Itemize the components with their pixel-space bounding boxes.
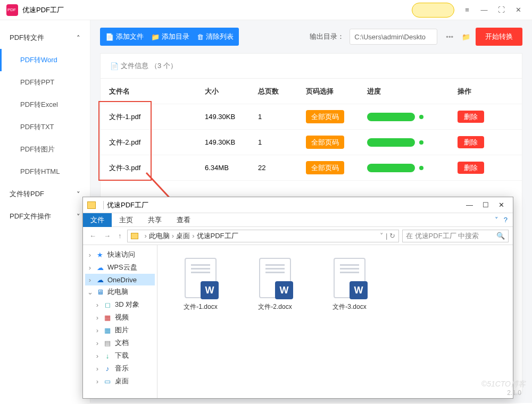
sidebar-item-pdf-excel[interactable]: PDF转Excel	[0, 94, 90, 116]
page-range-button[interactable]: 全部页码	[306, 110, 344, 123]
add-dir-button[interactable]: 📁 添加目录	[151, 32, 189, 41]
col-progress: 进度	[367, 87, 458, 96]
ribbon-tab-view[interactable]: 查看	[169, 213, 198, 227]
nav-video[interactable]: ›▦视频	[85, 311, 155, 324]
ribbon-tab-file[interactable]: 文件	[83, 213, 112, 227]
cell-size: 6.34MB	[205, 164, 258, 172]
sidebar-group-label: 文件转PDF	[10, 189, 44, 199]
sidebar-item-pdf-txt[interactable]: PDF转TXT	[0, 116, 90, 138]
ex-max-icon[interactable]: ☐	[483, 201, 489, 209]
sidebar-group-file-to-pdf[interactable]: 文件转PDF ˅	[0, 183, 90, 205]
ex-close-icon[interactable]: ✕	[498, 201, 504, 209]
delete-button[interactable]: 删除	[458, 111, 484, 123]
docx-icon: W	[334, 258, 365, 298]
nav-documents[interactable]: ›▤文档	[85, 336, 155, 349]
cell-size: 149.30KB	[205, 113, 258, 121]
explorer-titlebar: 优速PDF工厂 — ☐ ✕	[83, 197, 513, 213]
delete-button[interactable]: 删除	[458, 162, 484, 174]
table-row: 文件-1.pdf 149.30KB 1 全部页码 删除	[101, 104, 522, 130]
nav-downloads[interactable]: ›↓下载	[85, 349, 155, 362]
browse-dots-button[interactable]: •••	[443, 33, 456, 41]
progress-bar	[367, 138, 415, 147]
search-icon: 🔍	[496, 232, 505, 240]
progress-bar	[367, 113, 415, 121]
help-icon[interactable]: ?	[504, 216, 508, 224]
watermark: ©51CTO博客	[481, 380, 526, 389]
nav-wps[interactable]: ›☁WPS云盘	[85, 261, 155, 274]
open-folder-icon[interactable]: 📁	[462, 33, 470, 41]
explorer-ribbon: 文件 主页 共享 查看 ˅ ?	[83, 213, 513, 227]
progress-bar	[367, 164, 415, 172]
cell-name: 文件-1.pdf	[109, 112, 205, 122]
col-action: 操作	[458, 87, 513, 96]
chevron-up-icon: ˄	[77, 34, 80, 42]
cell-size: 149.30KB	[205, 138, 258, 146]
sidebar-item-pdf-ppt[interactable]: PDF转PPT	[0, 71, 90, 94]
nav-music[interactable]: ›♪音乐	[85, 362, 155, 375]
file-label: 文件-2.docx	[258, 302, 292, 312]
nav-pictures[interactable]: ›▦图片	[85, 324, 155, 336]
col-name: 文件名	[109, 87, 205, 96]
explorer-files-area: W 文件-1.docx W 文件-2.docx W 文件-3.docx	[157, 245, 513, 398]
cell-pages: 22	[258, 164, 306, 172]
sidebar-group-pdf-to-file[interactable]: PDF转文件 ˄	[0, 27, 90, 49]
nav-quick-access[interactable]: ›★快速访问	[85, 248, 155, 261]
nav-fwd-icon[interactable]: →	[102, 232, 113, 240]
ribbon-tab-share[interactable]: 共享	[140, 213, 169, 227]
nav-up-icon[interactable]: ↑	[116, 232, 124, 240]
clear-list-button[interactable]: 🗑 清除列表	[197, 32, 234, 41]
ex-min-icon[interactable]: —	[466, 201, 473, 209]
maximize-icon[interactable]: ⛶	[494, 3, 509, 18]
cell-name: 文件-2.pdf	[109, 138, 205, 147]
chevron-down-icon: ˅	[77, 213, 80, 221]
cell-pages: 1	[258, 138, 306, 146]
sidebar: PDF转文件 ˄ PDF转Word PDF转PPT PDF转Excel PDF转…	[0, 20, 90, 403]
panel-header: 📄 文件信息 （3 个）	[101, 54, 522, 79]
progress-done-icon	[419, 115, 423, 119]
add-file-button[interactable]: 📄 添加文件	[105, 32, 144, 41]
sidebar-group-pdf-ops[interactable]: PDF文件操作 ˅	[0, 205, 90, 228]
sidebar-item-pdf-html[interactable]: PDF转HTML	[0, 161, 90, 183]
page-range-button[interactable]: 全部页码	[306, 161, 344, 174]
menu-icon[interactable]: ≡	[460, 3, 475, 18]
sidebar-item-pdf-word[interactable]: PDF转Word	[0, 49, 90, 71]
output-dir-field[interactable]: C:\Users\admin\Deskto	[350, 29, 437, 45]
col-pages: 总页数	[258, 87, 306, 96]
nav-this-pc[interactable]: ⌄🖥此电脑	[85, 285, 155, 298]
ribbon-tab-home[interactable]: 主页	[112, 213, 140, 227]
file-item[interactable]: W 文件-3.docx	[326, 258, 373, 385]
table-header: 文件名 大小 总页数 页码选择 进度 操作	[101, 79, 522, 104]
app-logo-icon	[6, 4, 18, 16]
close-icon[interactable]: ✕	[511, 3, 526, 18]
progress-done-icon	[419, 140, 423, 145]
file-label: 文件-1.docx	[184, 302, 217, 312]
ribbon-expand-icon[interactable]: ˅	[495, 216, 498, 224]
table-row: 文件-3.pdf 6.34MB 22 全部页码 删除	[101, 155, 522, 181]
folder-icon	[87, 201, 96, 209]
col-range: 页码选择	[306, 87, 367, 96]
file-icon: 📄	[110, 62, 119, 70]
nav-3d[interactable]: ›◻3D 对象	[85, 298, 155, 311]
nav-onedrive[interactable]: ›☁OneDrive	[85, 274, 155, 285]
highlight-oval	[412, 3, 454, 18]
nav-desktop[interactable]: ›▭桌面	[85, 375, 155, 388]
breadcrumb[interactable]: › 此电脑› 桌面› 优速PDF工厂 ˅ | ↻	[127, 230, 400, 242]
table-row: 文件-2.pdf 149.30KB 1 全部页码 删除	[101, 130, 522, 155]
file-item[interactable]: W 文件-2.docx	[251, 258, 299, 385]
explorer-search-input[interactable]: 在 优速PDF工厂 中搜索 🔍	[402, 230, 509, 242]
cell-name: 文件-3.pdf	[109, 163, 205, 173]
explorer-window: 优速PDF工厂 — ☐ ✕ 文件 主页 共享 查看 ˅ ? ← → ↑ › 此电…	[82, 197, 513, 399]
explorer-title: 优速PDF工厂	[107, 200, 148, 210]
titlebar: 优速PDF工厂 ≡ — ⛶ ✕	[0, 0, 532, 20]
app-title: 优速PDF工厂	[22, 5, 64, 15]
version-label: 2.1.0	[507, 389, 521, 397]
delete-button[interactable]: 删除	[458, 136, 484, 148]
file-item[interactable]: W 文件-1.docx	[177, 258, 225, 385]
page-range-button[interactable]: 全部页码	[306, 136, 344, 149]
col-size: 大小	[205, 87, 258, 96]
sidebar-item-pdf-image[interactable]: PDF转图片	[0, 138, 90, 161]
start-convert-button[interactable]: 开始转换	[476, 28, 522, 46]
nav-back-icon[interactable]: ←	[87, 232, 98, 240]
chevron-down-icon: ˅	[77, 190, 80, 198]
minimize-icon[interactable]: —	[477, 3, 492, 18]
